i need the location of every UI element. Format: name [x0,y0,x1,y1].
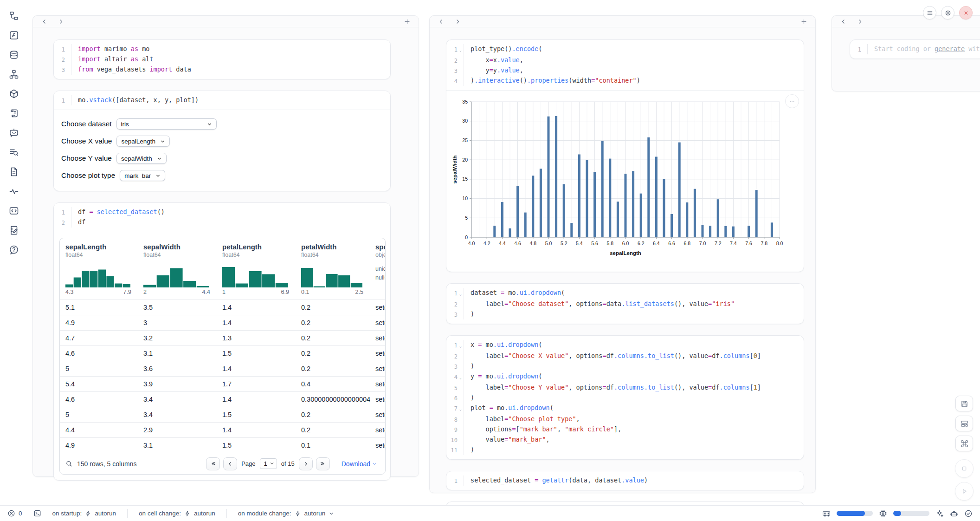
line-number: 9 [446,424,458,435]
page-select[interactable]: 1 [260,458,277,469]
terminal-button[interactable] [33,509,41,517]
next-column-button[interactable] [454,18,461,25]
pagination: Page1of 15Download [206,457,380,470]
code-editor[interactable]: 1Start coding or generate with [850,40,980,59]
code-editor[interactable]: 1⌄x = mo.ui.dropdown(2 label="Choose X v… [446,336,804,459]
connection-status-button[interactable] [964,509,973,518]
y-value-select[interactable]: sepalWidth [116,153,167,164]
code-editor[interactable]: 1selected_dataset = getattr(data, datase… [446,471,804,490]
add-column-button[interactable] [403,17,411,26]
svg-text:6.8: 6.8 [683,241,690,246]
chev-left-icon [227,461,233,467]
code-editor[interactable]: 1⌄dataset = mo.ui.dropdown(2 label="Choo… [446,284,804,324]
first-page-button[interactable] [206,457,220,470]
sidebar-chatbot-button[interactable] [6,126,21,139]
chart-svg[interactable]: 4.04.24.44.64.85.05.25.45.65.86.06.26.46… [450,95,798,263]
column-header-petalWidth[interactable]: petalWidthfloat640.12.5 [296,238,370,300]
ram-usage-bar [837,511,873,516]
gutter-space [458,351,464,361]
sidebar-code-snippet-button[interactable] [6,204,21,217]
next-column-button[interactable] [856,18,864,25]
table-cell: setosa [370,334,386,342]
sidebar-scratchpad-button[interactable] [6,224,21,237]
stop-button[interactable] [955,459,974,478]
histogram-range: 16.9 [222,289,289,295]
x-value-select[interactable]: sepalLength [116,136,170,147]
play-button[interactable] [955,482,974,501]
column-header [33,16,419,27]
command-button[interactable] [955,436,973,451]
histogram-range: 24.4 [143,289,210,295]
error-indicator[interactable]: 0 [7,509,22,517]
dataset-select[interactable]: iris [116,118,217,130]
sidebar-package-button[interactable] [6,87,21,100]
layout-button[interactable] [955,416,973,431]
fold-marker: ⌄ [458,288,464,299]
chart-actions-button[interactable] [785,94,799,108]
table-cell: setosa [370,319,386,326]
sidebar-sitemap-button[interactable] [6,68,21,81]
runtime-setting-2[interactable]: on cell change:autorun [139,510,215,517]
sidebar-activity-button[interactable] [6,185,21,198]
column-header-species[interactable]: speciesobjectuniquenulls: [370,238,386,300]
sidebar-function-button[interactable] [6,29,21,42]
code-line: 8 label="Choose plot type", [446,414,804,424]
gutter-space [458,475,464,486]
plot-type-select[interactable]: mark_bar [120,170,165,181]
column-header-petalLength[interactable]: petalLengthfloat6416.9 [217,238,296,300]
cpu-icon [879,509,887,518]
last-page-button[interactable] [316,457,330,470]
column-histogram [65,263,130,287]
line-number: 4 [446,76,458,86]
runtime-setting-3[interactable]: on module change:autorun [238,510,335,517]
cell-output: sepalLengthfloat644.37.9sepalWidthfloat6… [54,232,390,480]
prev-column-button[interactable] [839,18,847,25]
prev-column-button[interactable] [40,18,48,25]
sidebar-database-button[interactable] [6,48,21,61]
download-button[interactable]: Download [339,460,380,468]
sidebar-file-tree-button[interactable] [6,9,21,22]
table-cell: setosa [370,426,386,434]
add-column-button[interactable] [799,17,808,26]
chev-left-icon [840,19,846,25]
ai-sparkles-button[interactable] [935,509,944,518]
code-snippet-icon [9,206,19,216]
gear-button[interactable] [941,6,954,20]
table-cell: 5 [60,411,138,418]
next-page-button[interactable] [299,457,313,470]
range-min: 4.3 [65,289,73,295]
chev-left-icon [438,19,444,25]
line-number: 11 [446,445,458,455]
sidebar-document-button[interactable] [6,165,21,178]
svg-text:7.0: 7.0 [699,241,706,246]
code-editor[interactable]: 1df = selected_dataset()2df [54,203,390,232]
menu-button[interactable] [923,6,936,20]
close-button[interactable] [959,6,973,20]
runtime-setting-1[interactable]: on startup:autorun [52,510,116,517]
gutter-space [458,383,464,393]
code-line: 2 x=x.value, [446,55,804,65]
code-line: 1Start coding or generate with [850,44,980,54]
chev-right-icon [455,19,461,25]
code-editor[interactable]: 1⌄plot_type().encode(2 x=x.value,3 y=y.v… [446,40,804,90]
save-button[interactable] [955,396,973,411]
dataframe-cell: 1df = selected_dataset()2dfsepalLengthfl… [53,202,391,481]
prev-column-button[interactable] [437,18,445,25]
search-button[interactable] [65,460,73,468]
code-editor[interactable]: 1mo.vstack([dataset, x, y, plot]) [54,91,390,110]
sidebar-script-button[interactable] [6,107,21,120]
column-header-sepalLength[interactable]: sepalLengthfloat644.37.9 [60,238,138,300]
gutter-space [458,65,464,76]
line-number: 3 [446,361,458,371]
sidebar-help-button[interactable] [6,243,21,256]
next-column-button[interactable] [57,18,64,25]
sidebar-list-search-button[interactable] [6,146,21,159]
prev-page-button[interactable] [223,457,237,470]
ai-assistant-button[interactable] [950,509,958,518]
column-histogram [222,263,288,287]
column-header-sepalWidth[interactable]: sepalWidthfloat6424.4 [138,238,217,300]
table-row: 5.43.91.70.4setosa [60,376,385,391]
setting-value: autorun [95,510,116,517]
code-editor[interactable]: 1import marimo as mo2import altair as al… [54,40,390,79]
bolt-icon [295,510,301,517]
